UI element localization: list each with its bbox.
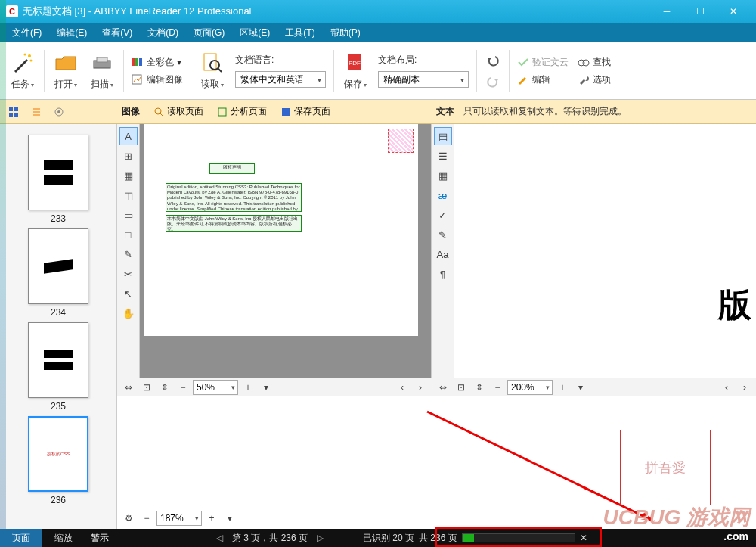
zoom-level-text[interactable]: 200% bbox=[507, 380, 553, 395]
zoom-out-button[interactable]: − bbox=[175, 380, 191, 395]
zoom-in-button[interactable]: + bbox=[240, 380, 256, 395]
task-button[interactable]: 任务▾ bbox=[5, 48, 41, 94]
style-tool[interactable]: Aa bbox=[434, 245, 452, 263]
status-tab-zoom[interactable]: 缩放 bbox=[42, 529, 85, 547]
fit-page-icon[interactable]: ⊡ bbox=[453, 380, 469, 395]
zoom-in-button[interactable]: + bbox=[203, 511, 220, 526]
plain-view[interactable]: ☰ bbox=[434, 147, 452, 165]
fit-width-icon[interactable]: ⇔ bbox=[120, 380, 137, 395]
open-button[interactable]: 打开▾ bbox=[48, 48, 84, 94]
thumb-settings[interactable] bbox=[50, 103, 68, 121]
magnify-doc-icon bbox=[200, 51, 225, 75]
fit-page-icon[interactable]: ⊡ bbox=[138, 380, 155, 395]
thumbnail[interactable]: 234 bbox=[28, 228, 88, 318]
select-tool[interactable]: ↖ bbox=[119, 284, 138, 303]
thumbnail[interactable]: 授权的CSS236 bbox=[28, 416, 88, 505]
thumbnail[interactable]: 233 bbox=[28, 135, 88, 224]
image-viewport[interactable]: 版权声明 Original edition, entitled Stunning… bbox=[140, 124, 431, 378]
area-picture-tool[interactable]: ▦ bbox=[119, 166, 138, 185]
undo-icon[interactable] bbox=[485, 52, 501, 69]
svg-rect-17 bbox=[14, 107, 18, 111]
menu-tools[interactable]: 工具(T) bbox=[277, 24, 322, 42]
menu-help[interactable]: 帮助(P) bbox=[323, 24, 368, 42]
thumbnail-pane[interactable]: 233 234 235 授权的CSS236 bbox=[0, 124, 117, 529]
save-button[interactable]: PDF 保存▾ bbox=[337, 48, 373, 94]
check-icon bbox=[517, 57, 529, 67]
folder-icon bbox=[54, 51, 78, 75]
thumbnail[interactable]: 235 bbox=[28, 322, 88, 412]
scroll-left[interactable]: ‹ bbox=[394, 380, 411, 395]
dictionary-tool[interactable]: ✎ bbox=[434, 225, 452, 244]
text-pane-label: 文本 bbox=[436, 105, 454, 118]
zoom-out-button[interactable]: − bbox=[489, 380, 506, 395]
ocr-region[interactable]: 本书简体中文版由 John Wiley & Sons, Inc 授权人民邮电出版… bbox=[166, 215, 302, 232]
zoom-in-button[interactable]: + bbox=[554, 380, 571, 395]
status-tab-page[interactable]: 页面 bbox=[0, 529, 42, 547]
app-icon: C bbox=[6, 5, 18, 17]
ocr-region[interactable]: Original edition, entitled Stunning CSS3… bbox=[166, 183, 302, 212]
save-page-button[interactable]: 保存页面 bbox=[276, 104, 335, 120]
read-page-icon bbox=[153, 107, 164, 117]
preview-pane[interactable]: 拼吾愛 ⚙ − 187% + ▾ bbox=[117, 396, 756, 529]
menu-document[interactable]: 文档(D) bbox=[140, 24, 186, 42]
menu-page[interactable]: 页面(G) bbox=[186, 24, 232, 42]
menu-view[interactable]: 查看(V) bbox=[94, 24, 140, 42]
minimize-button[interactable]: ─ bbox=[650, 0, 683, 23]
zoom-level-preview[interactable]: 187% bbox=[156, 511, 202, 526]
area-barcode-tool[interactable]: ▭ bbox=[119, 206, 138, 224]
area-table-tool[interactable]: ⊞ bbox=[119, 147, 138, 165]
read-page-button[interactable]: 读取页面 bbox=[149, 104, 208, 120]
scroll-right[interactable]: › bbox=[412, 380, 429, 395]
fullcolor-button[interactable]: 全彩色▾ bbox=[132, 56, 183, 69]
cancel-progress[interactable]: ✕ bbox=[580, 533, 587, 543]
show-pictures[interactable]: ▦ bbox=[434, 166, 452, 185]
menu-edit[interactable]: 编辑(E) bbox=[49, 24, 94, 42]
preview-settings[interactable]: ⚙ bbox=[120, 511, 137, 526]
scroll-left[interactable]: ‹ bbox=[718, 380, 735, 395]
svg-point-15 bbox=[583, 60, 589, 66]
spell-tool[interactable]: ✓ bbox=[434, 206, 452, 224]
menu-area[interactable]: 区域(E) bbox=[232, 24, 277, 42]
binoculars-icon bbox=[578, 57, 590, 67]
paragraph-tool[interactable]: ¶ bbox=[434, 265, 452, 283]
zoom-out-button[interactable]: − bbox=[138, 511, 155, 526]
next-page-button[interactable]: ▷ bbox=[312, 533, 328, 543]
zoom-dropdown[interactable]: ▾ bbox=[572, 380, 589, 395]
area-text-tool[interactable]: A bbox=[119, 127, 138, 145]
language-dropdown[interactable]: 繁体中文和英语 bbox=[235, 71, 326, 88]
area-recognize-tool[interactable]: □ bbox=[119, 225, 138, 244]
layout-dropdown[interactable]: 精确副本 bbox=[378, 71, 469, 88]
ocr-region[interactable]: 版权声明 bbox=[209, 163, 255, 174]
close-button[interactable]: ✕ bbox=[717, 0, 750, 23]
show-chars[interactable]: æ bbox=[434, 186, 452, 204]
scroll-right[interactable]: › bbox=[736, 380, 753, 395]
hand-tool[interactable]: ✋ bbox=[119, 304, 138, 322]
layout-view[interactable]: ▤ bbox=[434, 127, 452, 145]
verify-button[interactable]: 验证文云 bbox=[517, 56, 569, 69]
eraser-tool[interactable]: ✎ bbox=[119, 245, 138, 263]
read-button[interactable]: 读取▾ bbox=[194, 48, 231, 94]
thumb-view-list[interactable] bbox=[27, 103, 45, 121]
pencil-icon bbox=[517, 74, 529, 85]
prev-page-button[interactable]: ◁ bbox=[212, 533, 228, 543]
analyze-page-button[interactable]: 分析页面 bbox=[212, 104, 271, 120]
edit-button[interactable]: 编辑 bbox=[517, 73, 569, 86]
thumb-view-grid[interactable] bbox=[5, 103, 23, 121]
fit-height-icon[interactable]: ⇕ bbox=[471, 380, 488, 395]
svg-rect-9 bbox=[204, 54, 216, 70]
options-button[interactable]: 选项 bbox=[578, 73, 611, 86]
fit-width-icon[interactable]: ⇔ bbox=[435, 380, 451, 395]
maximize-button[interactable]: ☐ bbox=[683, 0, 717, 23]
zoom-dropdown[interactable]: ▾ bbox=[258, 380, 274, 395]
zoom-level-image[interactable]: 50% bbox=[193, 380, 238, 395]
edit-image-button[interactable]: 编辑图像 bbox=[132, 73, 183, 86]
menu-file[interactable]: 文件(F) bbox=[5, 24, 49, 42]
redo-icon[interactable] bbox=[485, 73, 501, 90]
crop-tool[interactable]: ✂ bbox=[119, 265, 138, 283]
text-viewport[interactable]: 版 bbox=[454, 124, 756, 378]
scan-button[interactable]: 扫描▾ bbox=[84, 48, 120, 94]
fit-height-icon[interactable]: ⇕ bbox=[156, 380, 173, 395]
area-background-tool[interactable]: ◫ bbox=[119, 186, 138, 204]
find-button[interactable]: 查找 bbox=[578, 56, 611, 69]
zoom-dropdown[interactable]: ▾ bbox=[222, 511, 238, 526]
